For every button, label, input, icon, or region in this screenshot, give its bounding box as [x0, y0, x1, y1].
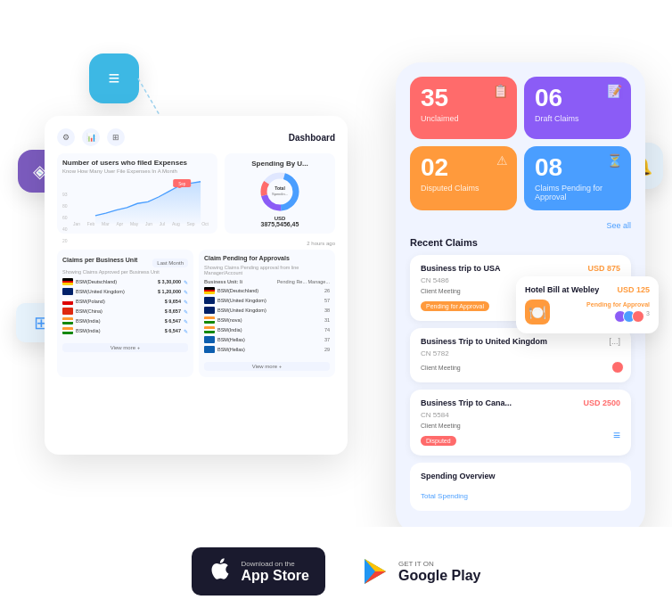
- claim-amount: USD 2500: [583, 398, 620, 407]
- claim-cn: CN 5584: [421, 411, 620, 419]
- pending-approval-stat: 08 Claims Pending for Approval ⏳: [524, 146, 631, 210]
- claim-card-uk[interactable]: Business Trip to United Kingdom [...] CN…: [410, 328, 631, 382]
- google-play-icon: [361, 557, 389, 586]
- table-row: BSM(India) $ 6,547 ✎: [62, 327, 188, 334]
- table2-title: Claim Pending for Approvals: [204, 255, 330, 261]
- svg-text:Spendin...: Spendin...: [272, 192, 288, 196]
- table1-title: Claims per Business Unit: [62, 257, 137, 263]
- avatar: [611, 361, 624, 374]
- table-row: BSM(Deutschland) $ 3,30,000 ✎: [62, 278, 188, 285]
- table-row: BSM(Deutschland) 26: [204, 287, 330, 294]
- line-chart: Sep: [73, 179, 223, 224]
- dashboard-title: Dashboard: [289, 133, 335, 143]
- table2-subtitle: Showing Claims Pending approval from lin…: [204, 265, 330, 275]
- updated-time: 2 hours ago: [57, 241, 335, 246]
- blue-doc-icon: ≡: [89, 53, 139, 103]
- spending-overview: Spending Overview Total Spending: [410, 463, 631, 511]
- google-play-bottom-text: Google Play: [398, 568, 480, 584]
- stats-grid: 35 Unclaimed 📋 06 Draft Claims 📝 02 Disp…: [410, 77, 631, 210]
- claim-card-canada[interactable]: Business Trip to Cana... USD 2500 CN 558…: [410, 390, 631, 456]
- table-row: BSM(Hellas) 37: [204, 336, 330, 343]
- unclaimed-stat: 35 Unclaimed 📋: [410, 77, 517, 139]
- apple-store-bottom-text: App Store: [242, 568, 309, 584]
- claim-title: Business Trip to Cana...: [421, 398, 512, 407]
- bottom-bar: Download on the App Store GET IT ON Goog…: [0, 527, 672, 616]
- see-all-link[interactable]: See all: [410, 221, 631, 230]
- draft-claims-stat: 06 Draft Claims 📝: [524, 77, 631, 139]
- table-row: BSM(India) 74: [204, 326, 330, 333]
- table-row: BSM(United Kingdom) 57: [204, 297, 330, 304]
- pending-label: Claims Pending for Approval: [535, 184, 620, 201]
- claim-truncated: [...]: [609, 337, 620, 346]
- table-row: BSM(nova) 31: [204, 316, 330, 324]
- disputed-label: Disputed Claims: [421, 184, 506, 193]
- disputed-tag: Disputed: [421, 436, 456, 446]
- settings-icon[interactable]: ⚙: [57, 128, 75, 146]
- table-row: BSM(India) $ 6,547 ✎: [62, 317, 188, 324]
- table1-subtitle: Showing Claims Approved per Business Uni…: [62, 269, 188, 275]
- donut-chart: Total Spendin...: [258, 169, 302, 214]
- table-row: BSM(Poland) $ 9,654 ✎: [62, 298, 188, 305]
- chart-subtitle: Know How Many User File Expenses In A Mo…: [62, 168, 212, 174]
- floating-hotel-claim: Hotel Bill at Webley USD 125 🍽️ Pending …: [516, 276, 659, 333]
- chart-title: Number of users who filed Expenses: [62, 159, 212, 167]
- draft-label: Draft Claims: [535, 114, 620, 123]
- svg-text:Sep: Sep: [178, 182, 186, 186]
- google-play-top-text: GET IT ON: [398, 560, 480, 568]
- claim-cn: CN 5782: [421, 349, 620, 357]
- hotel-claim-amount: USD 125: [617, 285, 650, 294]
- view-more-button-2[interactable]: View more +: [204, 362, 330, 371]
- claim-title: Business Trip to United Kingdom: [421, 337, 547, 346]
- total-spending-label: Total Spending: [421, 492, 468, 500]
- claim-amount: USD 875: [587, 264, 620, 273]
- claim-meeting: Client Meeting: [421, 288, 489, 294]
- claim-meta: [611, 361, 620, 374]
- grid-icon[interactable]: ⊞: [107, 128, 125, 146]
- avatar: [632, 310, 644, 323]
- disputed-number: 02: [421, 155, 506, 180]
- hotel-claim-title: Hotel Bill at Webley: [525, 285, 599, 294]
- apple-store-top-text: Download on the: [242, 560, 309, 568]
- dashboard-desktop-card: ⚙ 📊 ⊞ Dashboard Number of users who file…: [45, 116, 348, 455]
- hotel-icon: 🍽️: [525, 300, 550, 324]
- claim-meeting: Client Meeting: [421, 365, 461, 371]
- chart-icon[interactable]: 📊: [82, 128, 100, 146]
- table-row: BSM(United Kingdom) 38: [204, 307, 330, 314]
- unclaimed-label: Unclaimed: [421, 114, 506, 123]
- disputed-stat: 02 Disputed Claims ⚠: [410, 146, 517, 210]
- svg-text:Total: Total: [275, 185, 285, 191]
- table-row: BSM(China) $ 8,657 ✎: [62, 308, 188, 315]
- view-more-button-1[interactable]: View more +: [62, 343, 188, 352]
- last-month-button[interactable]: Last Month: [152, 259, 188, 267]
- apple-store-button[interactable]: Download on the App Store: [192, 547, 325, 595]
- recent-claims-title: Recent Claims: [410, 237, 631, 248]
- hotel-claim-status: Pending for Approval: [586, 301, 650, 308]
- spending-overview-title: Spending Overview: [421, 472, 620, 480]
- table-row: BSM(Hellas) 29: [204, 346, 330, 353]
- pending-tag: Pending for Approval: [421, 301, 489, 311]
- claim-title: Business trip to USA: [421, 264, 501, 273]
- spending-title: Spending By U...: [251, 160, 308, 168]
- total-value: 3875,5456,45: [261, 221, 299, 227]
- filter-icon: ≡: [613, 428, 620, 442]
- google-play-button[interactable]: GET IT ON Google Play: [361, 557, 480, 586]
- apple-icon: [208, 556, 233, 587]
- table-row: BSM(United Kingdom) $ 1,20,000 ✎: [62, 288, 188, 295]
- claim-meeting: Client Meeting: [421, 423, 461, 429]
